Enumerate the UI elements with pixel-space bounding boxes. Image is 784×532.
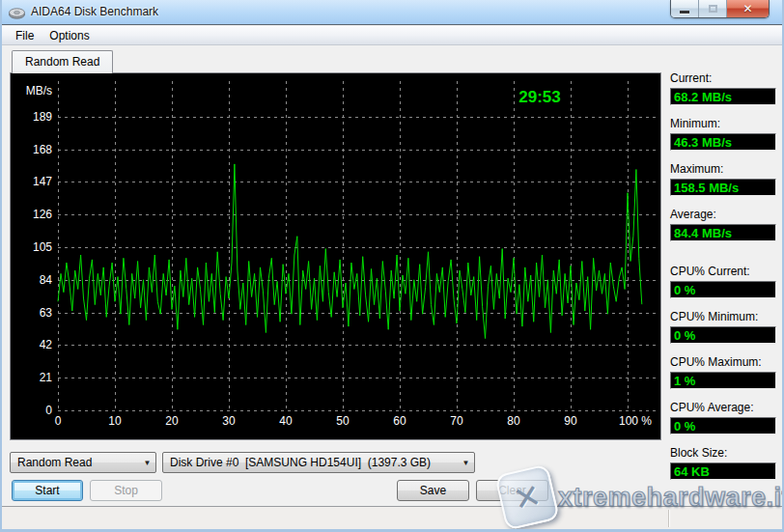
y-tick-84: 84 [40, 273, 53, 287]
y-axis-label: MB/s [26, 84, 52, 98]
y-tick-147: 147 [33, 175, 52, 188]
stat-block-size: Block Size:64 KB [670, 446, 776, 480]
stat-value-block-size: 64 KB [670, 462, 776, 480]
x-tick-50: 50 [336, 414, 350, 428]
chevron-down-icon: ▼ [139, 459, 155, 467]
drive-select[interactable]: Disk Drive #0 [SAMSUNG HD154UI] (1397.3 … [162, 452, 475, 473]
x-tick-70: 70 [450, 414, 463, 428]
benchmark-type-value: Random Read [11, 456, 139, 469]
stat-value-cpu-maximum: 1 % [670, 372, 776, 389]
stat-label-minimum: Minimum: [670, 117, 776, 130]
tab-random-read[interactable]: Random Read [12, 50, 113, 73]
x-tick-90: 90 [564, 414, 577, 428]
stat-minimum: Minimum:46.3 MB/s [670, 117, 776, 151]
benchmark-type-select[interactable]: Random Read ▼ [10, 452, 156, 473]
stop-button[interactable]: Stop [90, 480, 162, 501]
disk-icon [9, 5, 25, 19]
x-tick-80: 80 [507, 414, 520, 428]
stat-label-cpu-average: CPU% Average: [670, 401, 776, 414]
menu-bar: File Options [2, 26, 782, 45]
stat-label-cpu-minimum: CPU% Minimum: [670, 310, 776, 323]
x-tick-30: 30 [222, 414, 236, 428]
stat-average: Average:84.4 MB/s [670, 208, 776, 241]
elapsed-time: 29:53 [518, 88, 560, 106]
stat-current: Current:68.2 MB/s [670, 71, 776, 105]
x-tick-60: 60 [393, 414, 406, 428]
stats-panel: Current:68.2 MB/sMinimum:46.3 MB/sMaximu… [670, 71, 776, 491]
x-tick-0: 0 [55, 414, 62, 428]
menu-options[interactable]: Options [42, 27, 97, 44]
title-bar: AIDA64 Disk Benchmark ✕ [2, 0, 782, 25]
stat-label-average: Average: [670, 208, 776, 221]
stat-label-maximum: Maximum: [670, 162, 776, 176]
y-tick-105: 105 [33, 240, 52, 254]
y-tick-42: 42 [40, 338, 53, 351]
x-tick-40: 40 [279, 414, 293, 428]
minimize-button[interactable] [671, 0, 699, 17]
status-bar [2, 506, 782, 529]
stat-value-cpu-current: 0 % [670, 281, 776, 298]
stat-value-cpu-minimum: 0 % [670, 326, 776, 344]
app-window: AIDA64 Disk Benchmark ✕ File Options Ran… [0, 0, 784, 532]
y-tick-0: 0 [45, 404, 52, 417]
start-button[interactable]: Start [12, 480, 83, 501]
x-tick-100: 100 % [619, 414, 652, 428]
stat-maximum: Maximum:158.5 MB/s [670, 162, 776, 196]
y-tick-168: 168 [33, 143, 52, 156]
stat-label-current: Current: [670, 71, 776, 85]
x-tick-20: 20 [165, 414, 179, 428]
stat-cpu-average: CPU% Average:0 % [670, 401, 776, 434]
stat-cpu-minimum: CPU% Minimum:0 % [670, 310, 776, 344]
stat-value-maximum: 158.5 MB/s [670, 179, 776, 196]
stat-value-current: 68.2 MB/s [670, 88, 776, 105]
close-button[interactable]: ✕ [727, 0, 769, 17]
save-button[interactable]: Save [397, 480, 469, 501]
benchmark-chart-panel: 021426384105126147168189MB/s010203040506… [10, 72, 661, 440]
clear-button[interactable]: Clear [476, 480, 548, 501]
stat-value-cpu-average: 0 % [670, 417, 776, 434]
status-bar-separator [668, 510, 669, 527]
y-tick-126: 126 [33, 208, 52, 221]
maximize-button[interactable] [699, 0, 727, 17]
maximize-icon [709, 5, 717, 13]
stat-value-average: 84.4 MB/s [670, 224, 776, 241]
stat-label-block-size: Block Size: [670, 446, 776, 460]
window-title: AIDA64 Disk Benchmark [31, 5, 158, 18]
y-tick-189: 189 [33, 110, 52, 124]
stat-value-minimum: 46.3 MB/s [670, 133, 776, 151]
stat-label-cpu-maximum: CPU% Maximum: [670, 355, 776, 369]
menu-file[interactable]: File [8, 27, 42, 44]
stat-label-cpu-current: CPU% Current: [670, 265, 776, 278]
chevron-down-icon: ▼ [458, 459, 474, 467]
window-controls: ✕ [670, 0, 770, 18]
y-tick-21: 21 [40, 371, 53, 384]
throughput-line [58, 164, 642, 339]
stat-cpu-current: CPU% Current:0 % [670, 265, 776, 298]
drive-select-value: Disk Drive #0 [SAMSUNG HD154UI] (1397.3 … [163, 456, 458, 469]
benchmark-chart: 021426384105126147168189MB/s010203040506… [11, 73, 660, 439]
x-tick-10: 10 [108, 414, 122, 428]
stat-cpu-maximum: CPU% Maximum:1 % [670, 355, 776, 389]
close-icon: ✕ [742, 2, 752, 15]
minimize-icon [680, 11, 689, 14]
y-tick-63: 63 [40, 306, 53, 320]
